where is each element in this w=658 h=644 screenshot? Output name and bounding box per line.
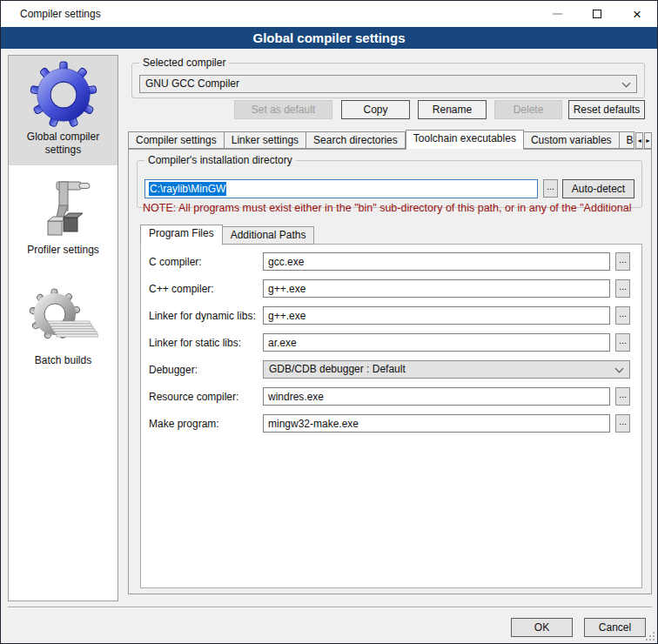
linker-static-label: Linker for static libs: xyxy=(149,337,241,349)
titlebar[interactable]: Compiler settings × xyxy=(1,1,657,27)
compiler-settings-dialog: Compiler settings × Global compiler sett… xyxy=(0,0,658,644)
footer-divider xyxy=(8,607,652,608)
tab-toolchain-executables[interactable]: Toolchain executables xyxy=(406,130,524,150)
copy-button[interactable]: Copy xyxy=(341,100,410,119)
caliper-icon xyxy=(9,174,118,242)
debugger-label: Debugger: xyxy=(149,364,198,376)
make-program-label: Make program: xyxy=(149,418,219,430)
debugger-value: GDB/CDB debugger : Default xyxy=(269,363,406,375)
selected-compiler-value: GNU GCC Compiler xyxy=(145,77,239,90)
directory-browse-button[interactable]: ... xyxy=(543,179,558,198)
tab-search-directories[interactable]: Search directories xyxy=(306,131,406,149)
tab-build-options[interactable]: Build options xyxy=(620,131,635,149)
settings-sidebar: Global compiler settings xyxy=(8,55,118,601)
installation-directory-input[interactable]: C:\raylib\MinGW xyxy=(144,179,538,198)
minimize-button[interactable] xyxy=(537,1,577,27)
tab-custom-variables[interactable]: Custom variables xyxy=(524,131,620,149)
linker-static-input[interactable] xyxy=(263,333,610,352)
chevron-down-icon xyxy=(622,79,631,88)
reset-defaults-button[interactable]: Reset defaults xyxy=(568,100,645,119)
close-icon: × xyxy=(633,7,641,22)
arrow-right-icon: ► xyxy=(645,138,651,144)
resource-compiler-input[interactable] xyxy=(263,387,610,406)
subtab-program-files[interactable]: Program Files xyxy=(140,225,223,245)
sidebar-item-profiler-settings[interactable]: Profiler settings xyxy=(9,174,118,264)
sidebar-item-label: Profiler settings xyxy=(9,242,118,264)
tab-scroll-right-button[interactable]: ► xyxy=(644,132,652,149)
make-program-browse-button[interactable]: ... xyxy=(615,414,630,433)
page-title: Global compiler settings xyxy=(1,27,657,49)
set-as-default-button[interactable]: Set as default xyxy=(234,100,332,119)
program-files-tabstrip: Program Files Additional Paths xyxy=(140,224,314,245)
tab-linker-settings[interactable]: Linker settings xyxy=(225,131,306,149)
maximize-icon xyxy=(593,10,601,18)
toolchain-executables-page: Compiler's installation directory C:\ray… xyxy=(128,149,652,594)
sidebar-item-label: Global compiler settings xyxy=(9,129,118,164)
c-compiler-label: C compiler: xyxy=(149,256,202,268)
rename-button[interactable]: Rename xyxy=(418,100,487,119)
maximize-button[interactable] xyxy=(577,1,617,27)
arrow-left-icon: ◄ xyxy=(636,138,642,144)
linker-dynamic-input[interactable] xyxy=(263,306,610,325)
chevron-down-icon xyxy=(615,365,624,373)
linker-dynamic-browse-button[interactable]: ... xyxy=(615,306,630,325)
gray-gear-stack-icon xyxy=(9,283,118,352)
make-program-input[interactable] xyxy=(263,414,610,433)
delete-button[interactable]: Delete xyxy=(494,100,562,119)
bin-subdirectory-note: NOTE: All programs must exist either in … xyxy=(143,202,637,214)
selected-compiler-dropdown[interactable]: GNU GCC Compiler xyxy=(139,75,637,93)
selected-compiler-group-label: Selected compiler xyxy=(139,57,229,69)
cpp-compiler-input[interactable] xyxy=(263,279,610,298)
installation-directory-value: C:\raylib\MinGW xyxy=(149,182,226,196)
installation-directory-group-label: Compiler's installation directory xyxy=(144,154,296,166)
resource-compiler-label: Resource compiler: xyxy=(149,391,238,403)
linker-dynamic-label: Linker for dynamic libs: xyxy=(149,310,256,322)
close-button[interactable]: × xyxy=(617,1,657,27)
tab-scroll-left-button[interactable]: ◄ xyxy=(635,132,643,149)
sidebar-item-global-compiler-settings[interactable]: Global compiler settings xyxy=(9,56,118,165)
cancel-button[interactable]: Cancel xyxy=(584,618,646,637)
tab-compiler-settings[interactable]: Compiler settings xyxy=(128,131,225,149)
cpp-compiler-browse-button[interactable]: ... xyxy=(615,279,630,298)
installation-directory-group: Compiler's installation directory C:\ray… xyxy=(137,160,642,208)
window-title: Compiler settings xyxy=(20,8,101,20)
subtab-additional-paths[interactable]: Additional Paths xyxy=(223,226,315,245)
resource-compiler-browse-button[interactable]: ... xyxy=(615,387,630,406)
sidebar-item-batch-builds[interactable]: Batch builds xyxy=(9,283,118,374)
resize-grip[interactable] xyxy=(646,632,655,641)
minimize-icon xyxy=(553,13,562,15)
linker-static-browse-button[interactable]: ... xyxy=(615,333,630,352)
program-files-page: C compiler: ... C++ compiler: ... Linker… xyxy=(140,244,642,588)
ok-button[interactable]: OK xyxy=(511,618,573,637)
c-compiler-browse-button[interactable]: ... xyxy=(615,252,630,271)
sidebar-item-label: Batch builds xyxy=(9,352,118,374)
blue-gear-icon xyxy=(9,56,118,129)
selected-compiler-group: Selected compiler GNU GCC Compiler xyxy=(131,63,645,98)
main-tabstrip: Compiler settings Linker settings Search… xyxy=(128,129,652,149)
c-compiler-input[interactable] xyxy=(263,252,610,271)
debugger-dropdown[interactable]: GDB/CDB debugger : Default xyxy=(263,360,630,379)
auto-detect-button[interactable]: Auto-detect xyxy=(562,179,634,198)
cpp-compiler-label: C++ compiler: xyxy=(149,283,214,295)
